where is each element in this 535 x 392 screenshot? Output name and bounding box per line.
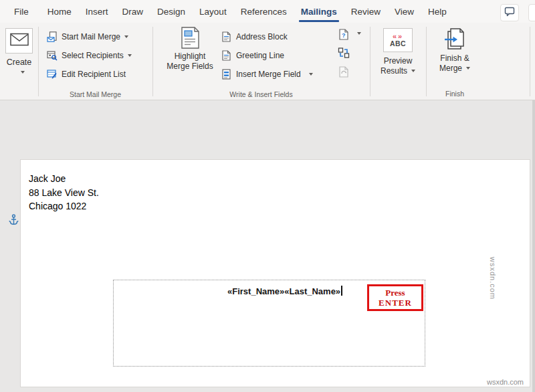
rules-button[interactable]: ? bbox=[337, 27, 350, 41]
edit-recipient-list-icon bbox=[46, 69, 58, 80]
start-mail-merge-button[interactable]: Start Mail Merge bbox=[46, 29, 128, 44]
watermark-bottom: wsxdn.com bbox=[487, 378, 524, 386]
select-recipients-button[interactable]: Select Recipients bbox=[46, 48, 132, 63]
start-mail-merge-icon bbox=[46, 31, 58, 43]
insert-merge-field-icon bbox=[221, 69, 232, 80]
callout-line2: ENTER bbox=[369, 298, 421, 308]
finish-merge-button[interactable]: Finish & Merge Finish bbox=[431, 28, 478, 73]
insert-merge-field-button[interactable]: Insert Merge Field bbox=[221, 67, 313, 82]
share-button-partial[interactable] bbox=[528, 4, 535, 21]
envelope-icon bbox=[10, 33, 29, 49]
preview-results-group: «» ABC Preview Results bbox=[370, 23, 426, 100]
create-group: Create bbox=[0, 23, 38, 100]
create-label: Create bbox=[0, 58, 38, 67]
ribbon-tab-bar: File Home Insert Draw Design Layout Refe… bbox=[0, 0, 535, 23]
highlight-merge-fields-label: Highlight Merge Fields bbox=[167, 52, 213, 71]
text-cursor bbox=[341, 286, 342, 296]
chevron-down-icon bbox=[309, 73, 313, 76]
address-block-button[interactable]: Address Block bbox=[221, 29, 288, 44]
start-mail-merge-group: Start Mail Merge Select Recipients Edit … bbox=[38, 23, 152, 100]
greeting-line-icon bbox=[221, 50, 232, 62]
tab-home[interactable]: Home bbox=[47, 0, 72, 23]
tab-insert[interactable]: Insert bbox=[85, 0, 109, 23]
address-line: Jack Joe bbox=[29, 172, 99, 186]
guillemets-glyph: «» bbox=[393, 33, 403, 39]
group-divider bbox=[530, 27, 530, 96]
finish-group: Finish & Merge Finish bbox=[426, 23, 530, 100]
callout-line1: Press bbox=[369, 288, 421, 298]
document-canvas: Jack Joe 88 Lake View St. Chicago 1022 «… bbox=[0, 100, 535, 392]
update-labels-button[interactable] bbox=[337, 65, 350, 78]
tab-draw[interactable]: Draw bbox=[122, 0, 144, 23]
match-fields-button[interactable] bbox=[337, 46, 350, 60]
tab-references[interactable]: References bbox=[240, 0, 288, 23]
comment-bubble-icon bbox=[504, 7, 515, 19]
chevron-down-icon bbox=[357, 32, 361, 35]
select-recipients-label: Select Recipients bbox=[62, 51, 124, 60]
address-block-icon bbox=[221, 31, 232, 43]
tab-view[interactable]: View bbox=[394, 0, 415, 23]
highlight-merge-fields-button[interactable]: Highlight Merge Fields bbox=[162, 27, 218, 71]
mailings-ribbon: Create Start Mail Merge Select Recipient… bbox=[0, 23, 535, 100]
chevron-down-icon bbox=[128, 54, 132, 57]
select-recipients-icon bbox=[46, 50, 58, 62]
merge-field-text[interactable]: «First_Name»«Last_Name» bbox=[227, 286, 342, 296]
svg-text:?: ? bbox=[342, 32, 346, 39]
write-insert-fields-group-label: Write & Insert Fields bbox=[152, 90, 370, 98]
watermark-side: wsxdn.com bbox=[489, 257, 497, 300]
address-line: Chicago 1022 bbox=[29, 199, 99, 213]
start-mail-merge-label: Start Mail Merge bbox=[62, 32, 120, 41]
preview-results-icon: «» ABC bbox=[383, 28, 413, 52]
greeting-line-button[interactable]: Greeting Line bbox=[221, 48, 284, 63]
insert-merge-field-label: Insert Merge Field bbox=[236, 70, 301, 79]
document-page[interactable]: Jack Joe 88 Lake View St. Chicago 1022 «… bbox=[20, 159, 530, 387]
press-enter-callout: Press ENTER bbox=[367, 284, 423, 311]
preview-results-label: Preview Results bbox=[381, 56, 412, 76]
edit-recipient-list-label: Edit Recipient List bbox=[62, 70, 126, 79]
tab-mailings[interactable]: Mailings bbox=[300, 0, 338, 23]
finish-merge-label: Finish & Merge bbox=[439, 54, 469, 73]
address-line: 88 Lake View St. bbox=[29, 186, 99, 200]
write-insert-fields-group: Highlight Merge Fields Address Block Gre… bbox=[152, 23, 370, 100]
chevron-down-icon bbox=[124, 35, 128, 38]
create-envelopes-button[interactable] bbox=[5, 28, 33, 54]
abc-glyph: ABC bbox=[390, 39, 406, 47]
start-mail-merge-group-label: Start Mail Merge bbox=[38, 90, 152, 98]
tab-file[interactable]: File bbox=[13, 0, 29, 23]
edit-recipient-list-button[interactable]: Edit Recipient List bbox=[46, 67, 126, 82]
greeting-line-label: Greeting Line bbox=[236, 51, 284, 60]
chevron-down-icon bbox=[411, 70, 415, 72]
tab-help[interactable]: Help bbox=[427, 0, 447, 23]
comments-button[interactable] bbox=[500, 4, 519, 21]
anchor-icon bbox=[9, 214, 19, 229]
preview-results-button[interactable]: «» ABC Preview Results bbox=[377, 28, 419, 76]
tab-design[interactable]: Design bbox=[156, 0, 186, 23]
finish-merge-icon bbox=[444, 41, 465, 53]
return-address-block: Jack Joe 88 Lake View St. Chicago 1022 bbox=[29, 172, 99, 213]
scrollbar-track[interactable] bbox=[532, 100, 535, 392]
chevron-down-icon bbox=[21, 71, 25, 74]
tab-review[interactable]: Review bbox=[350, 0, 381, 23]
chevron-down-icon bbox=[466, 67, 470, 70]
highlight-merge-fields-icon bbox=[181, 39, 199, 51]
tab-layout[interactable]: Layout bbox=[199, 0, 227, 23]
finish-group-label: Finish bbox=[431, 90, 478, 98]
address-block-label: Address Block bbox=[236, 32, 288, 41]
